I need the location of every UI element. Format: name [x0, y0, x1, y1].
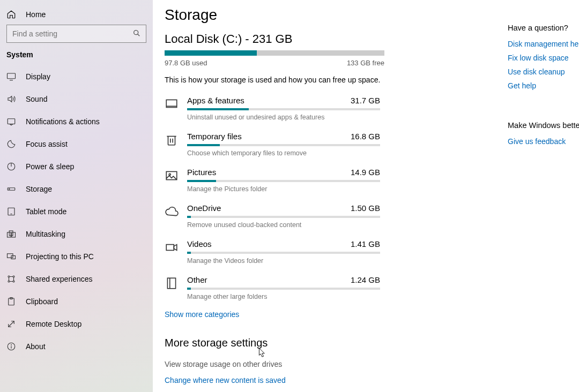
storage-category-trash[interactable]: Temporary files16.8 GBChoose which tempo… — [165, 127, 486, 163]
sidebar-item-label: Sound — [26, 95, 47, 103]
svg-rect-33 — [167, 278, 175, 289]
svg-rect-32 — [166, 245, 174, 251]
category-bar — [187, 216, 380, 218]
give-feedback-link[interactable]: Give us feedback — [508, 137, 579, 146]
sidebar-item-label: Notifications & actions — [26, 117, 100, 126]
search-input[interactable] — [6, 25, 146, 43]
sidebar-item-label: Display — [26, 72, 50, 81]
settings-sidebar: Home System DisplaySoundNotifications & … — [0, 0, 153, 392]
category-bar — [187, 108, 380, 110]
svg-rect-13 — [12, 232, 16, 237]
help-link-use-disk-cleanup[interactable]: Use disk cleanup — [508, 67, 579, 76]
sidebar-item-label: Power & sleep — [26, 162, 74, 171]
disk-used-label: 97.8 GB used — [165, 59, 207, 67]
other-icon — [165, 276, 179, 290]
category-name: Videos — [187, 239, 212, 248]
svg-rect-4 — [8, 119, 15, 124]
disk-free-label: 133 GB free — [347, 59, 384, 67]
sidebar-item-label: Projecting to this PC — [26, 252, 94, 261]
storage-intro: This is how your storage is used and how… — [165, 76, 486, 84]
sidebar-item-label: Remote Desktop — [26, 320, 81, 328]
svg-point-8 — [9, 189, 10, 190]
tablet-icon — [6, 207, 16, 216]
more-storage-change-where-new-content-is-saved[interactable]: Change where new content is saved — [165, 376, 486, 385]
help-link-get-help[interactable]: Get help — [508, 81, 579, 90]
sidebar-item-label: About — [26, 342, 46, 351]
category-size: 16.8 GB — [351, 132, 380, 141]
project-icon — [6, 252, 16, 261]
svg-point-19 — [13, 281, 14, 282]
category-desc: Uninstall unused or undesired apps & fea… — [187, 114, 486, 121]
category-desc: Manage other large folders — [187, 293, 486, 300]
storage-category-apps[interactable]: Apps & features31.7 GBUninstall unused o… — [165, 92, 486, 127]
picture-icon — [165, 169, 179, 183]
apps-icon — [165, 97, 179, 111]
category-size: 1.24 GB — [351, 275, 380, 284]
sidebar-item-project[interactable]: Projecting to this PC — [0, 245, 153, 268]
page-title: Storage — [165, 6, 486, 24]
disk-usage-bar — [165, 50, 384, 56]
sidebar-item-label: Storage — [26, 185, 52, 193]
focus-icon — [6, 139, 16, 149]
sidebar-item-power[interactable]: Power & sleep — [0, 155, 153, 178]
sidebar-item-clipboard[interactable]: Clipboard — [0, 290, 153, 313]
category-size: 1.50 GB — [351, 203, 380, 213]
home-label: Home — [26, 10, 46, 19]
sidebar-item-label: Shared experiences — [26, 275, 93, 283]
help-link-disk-management-help[interactable]: Disk management help — [508, 40, 579, 48]
svg-point-17 — [13, 276, 14, 277]
show-more-categories-link[interactable]: Show more categories — [165, 307, 486, 322]
category-name: Pictures — [187, 168, 216, 177]
sidebar-item-label: Tablet mode — [26, 207, 66, 216]
category-size: 1.41 GB — [351, 239, 380, 248]
clipboard-icon — [6, 297, 16, 306]
help-link-fix-low-disk-space[interactable]: Fix low disk space — [508, 54, 579, 62]
power-icon — [6, 162, 16, 171]
category-desc: Choose which temporary files to remove — [187, 149, 486, 157]
sidebar-item-tablet[interactable]: Tablet mode — [0, 200, 153, 223]
category-size: 31.7 GB — [351, 96, 380, 105]
cloud-icon — [165, 205, 179, 218]
sidebar-item-shared[interactable]: Shared experiences — [0, 268, 153, 290]
multitask-icon — [6, 229, 16, 239]
category-label: System — [0, 50, 153, 65]
sidebar-item-label: Focus assist — [26, 140, 68, 148]
svg-point-16 — [8, 276, 10, 277]
home-nav[interactable]: Home — [0, 7, 153, 25]
category-name: Apps & features — [187, 96, 244, 105]
sidebar-item-notifications[interactable]: Notifications & actions — [0, 110, 153, 133]
sidebar-item-storage[interactable]: Storage — [0, 178, 153, 200]
category-desc: Manage the Videos folder — [187, 257, 486, 265]
category-size: 14.9 GB — [351, 168, 380, 177]
category-bar — [187, 252, 380, 254]
display-icon — [6, 72, 16, 81]
make-better-heading: Make Windows better — [508, 121, 579, 130]
notifications-icon — [6, 117, 16, 126]
sidebar-item-about[interactable]: About — [0, 335, 153, 358]
svg-line-22 — [9, 321, 14, 327]
disk-title: Local Disk (C:) - 231 GB — [165, 32, 486, 46]
category-bar — [187, 180, 380, 182]
category-name: Other — [187, 275, 207, 284]
category-bar — [187, 144, 380, 146]
storage-category-picture[interactable]: Pictures14.9 GBManage the Pictures folde… — [165, 163, 486, 199]
sidebar-item-remote[interactable]: Remote Desktop — [0, 313, 153, 335]
sidebar-item-display[interactable]: Display — [0, 65, 153, 88]
storage-category-other[interactable]: Other1.24 GBManage other large folders — [165, 271, 486, 307]
category-bar — [187, 288, 380, 290]
main-content: Storage Local Disk (C:) - 231 GB 97.8 GB… — [153, 0, 579, 392]
storage-category-cloud[interactable]: OneDrive1.50 GBRemove unused cloud-backe… — [165, 199, 486, 235]
sidebar-item-label: Clipboard — [26, 297, 58, 306]
remote-icon — [6, 319, 16, 329]
sidebar-item-focus[interactable]: Focus assist — [0, 133, 153, 155]
storage-category-video[interactable]: Videos1.41 GBManage the Videos folder — [165, 235, 486, 271]
svg-point-25 — [11, 345, 12, 345]
more-storage-view-storage-usage-on-other-drives[interactable]: View storage usage on other drives — [165, 360, 486, 368]
sound-icon — [6, 94, 16, 104]
shared-icon — [6, 274, 16, 284]
trash-icon — [165, 133, 179, 147]
sidebar-item-multitask[interactable]: Multitasking — [0, 223, 153, 245]
sidebar-item-sound[interactable]: Sound — [0, 88, 153, 110]
about-icon — [6, 342, 16, 351]
more-storage-heading: More storage settings — [165, 337, 486, 349]
